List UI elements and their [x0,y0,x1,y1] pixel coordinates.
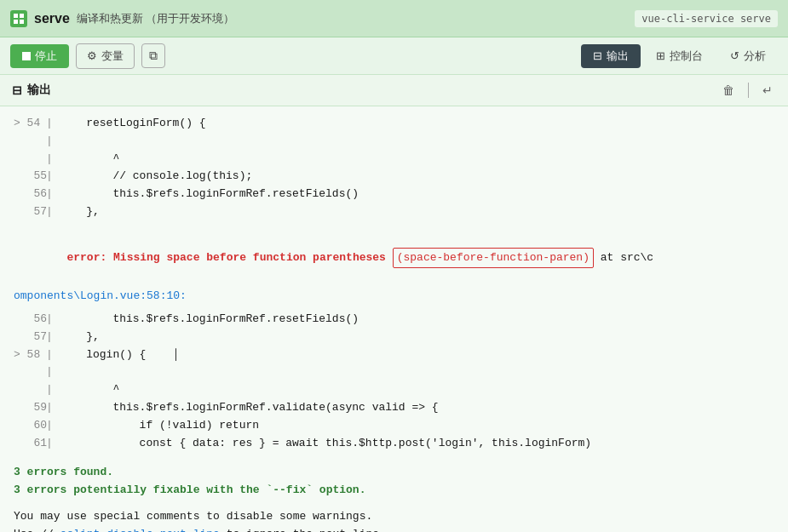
svg-rect-3 [20,20,24,24]
separator [748,83,749,98]
app-icon [10,10,27,27]
command-label: vue-cli-service serve [635,10,778,27]
line-row: > 58 | login() { │ [14,346,774,364]
line-row: | ^ [14,151,774,169]
wrap-button[interactable]: ↵ [759,82,776,99]
line-row: 56 | this.$refs.loginFormRef.resetFields… [14,311,774,329]
error-rule: (space-before-function-paren) [393,248,594,269]
toolbar-left: 停止 ⚙ 变量 ⧉ [10,43,574,69]
tab-analyze[interactable]: ↺ 分析 [718,44,778,68]
vars-label: 变量 [101,49,124,64]
app-title: serve [34,11,70,26]
errors-count-line: 3 errors found. [14,464,774,482]
comment-line1: You may use special comments to disable … [14,508,774,526]
top-bar-left: serve 编译和热更新 （用于开发环境） [10,10,635,27]
output-title: ⊟ 输出 [12,83,712,98]
line-row: > 54 | resetLoginForm() { [14,115,774,133]
toolbar-tabs: ⊟ 输出 ⊞ 控制台 ↺ 分析 [581,44,778,68]
open-icon: ⧉ [149,49,158,62]
line-row: | [14,363,774,381]
stop-label: 停止 [35,49,57,64]
line-row: 57 | }, [14,329,774,346]
console-tab-label: 控制台 [670,49,703,64]
toolbar: 停止 ⚙ 变量 ⧉ ⊟ 输出 ⊞ 控制台 ↺ 分析 [0,37,788,75]
open-button[interactable]: ⧉ [141,43,165,68]
tab-output[interactable]: ⊟ 输出 [581,44,641,68]
svg-rect-1 [20,14,24,18]
line-row: 59 | this.$refs.loginFormRef.validate(as… [14,399,774,417]
error-location: omponents\Login.vue:58:10: [14,288,774,306]
output-panel: ⊟ 输出 🗑 ↵ > 54 | resetLoginForm() { | [0,75,788,532]
output-actions: 🗑 ↵ [719,82,776,99]
tab-console[interactable]: ⊞ 控制台 [644,44,715,68]
vars-button[interactable]: ⚙ 变量 [76,43,135,69]
stop-icon [22,52,31,60]
output-header: ⊟ 输出 🗑 ↵ [0,75,788,106]
line-row: 61 | const { data: res } = await this.$h… [14,435,774,453]
console-tab-icon: ⊞ [656,49,665,62]
analyze-tab-label: 分析 [744,49,766,64]
eslint-link[interactable]: eslint-disable-next-line [60,528,220,532]
output-title-icon: ⊟ [12,83,22,97]
comment-line2: Use // eslint-disable-next-line to ignor… [14,526,774,532]
stop-button[interactable]: 停止 [10,44,69,68]
errors-fix-line: 3 errors potentially fixable with the `-… [14,482,774,500]
output-tab-icon: ⊟ [593,49,602,62]
analyze-tab-icon: ↺ [730,49,739,62]
line-row: 60 | if (!valid) return [14,417,774,435]
line-row: | [14,133,774,151]
line-row: 55 | // console.log(this); [14,168,774,186]
gear-icon: ⚙ [87,49,97,62]
footer-section: 3 errors found. 3 errors potentially fix… [14,464,774,532]
content-area: ⊟ 输出 🗑 ↵ > 54 | resetLoginForm() { | [0,75,788,532]
code-output[interactable]: > 54 | resetLoginForm() { | | ^ 55 | // … [0,106,788,532]
line-row: 56 | this.$refs.loginFormRef.resetFields… [14,186,774,203]
error-message-line: error: Missing space before function par… [14,230,774,286]
output-tab-label: 输出 [607,49,629,64]
line-row: 57 | }, [14,203,774,221]
error-keyword: error [66,251,100,264]
clear-button[interactable]: 🗑 [719,82,738,99]
svg-rect-2 [14,20,18,24]
line-row: | ^ [14,381,774,399]
svg-rect-0 [14,14,18,18]
app-subtitle: 编译和热更新 （用于开发环境） [77,11,235,26]
top-bar: serve 编译和热更新 （用于开发环境） vue-cli-service se… [0,0,788,37]
